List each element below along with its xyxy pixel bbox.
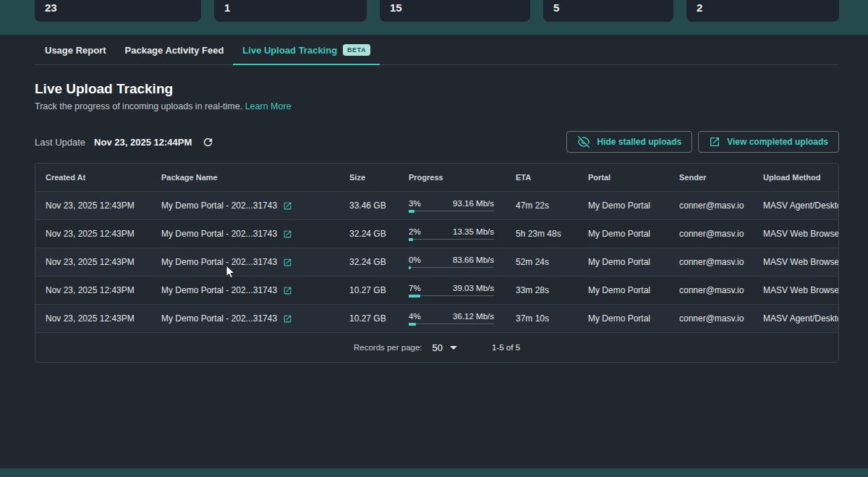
upload-method-cell: MASV Agent/Desktop	[753, 200, 839, 211]
table-row: Nov 23, 2025 12:43PM My Demo Portal - 20…	[35, 219, 838, 248]
sender-cell: conner@masv.io	[669, 200, 753, 211]
records-per-page-value[interactable]: 50	[433, 342, 443, 353]
open-package-icon[interactable]	[283, 286, 292, 295]
sender-cell: conner@masv.io	[669, 313, 753, 324]
size-cell: 32.24 GB	[339, 229, 399, 239]
open-package-icon[interactable]	[283, 258, 292, 267]
package-name-cell: My Demo Portal - 202...31743	[151, 313, 339, 324]
records-per-page-label: Records per page:	[354, 343, 422, 352]
created-at-cell: Nov 23, 2025 12:43PM	[35, 257, 151, 267]
subtitle-text: Track the progress of incoming uploads i…	[35, 101, 242, 111]
hide-stalled-uploads-button[interactable]: Hide stalled uploads	[566, 131, 692, 153]
created-at-cell: Nov 23, 2025 12:43PM	[35, 229, 151, 239]
progress-cell: 4% 36.12 Mb/s	[399, 312, 506, 326]
open-package-icon[interactable]	[283, 229, 292, 239]
view-completed-uploads-button[interactable]: View completed uploads	[698, 131, 839, 153]
stat-value: 15	[390, 1, 530, 14]
sender-cell: conner@masv.io	[669, 257, 753, 267]
column-header-portal: Portal	[578, 173, 669, 182]
table-row: Nov 23, 2025 12:43PM My Demo Portal - 20…	[35, 191, 838, 219]
open-package-icon[interactable]	[283, 314, 292, 324]
package-name-text: My Demo Portal - 202...31743	[161, 257, 277, 267]
package-name-cell: My Demo Portal - 202...31743	[151, 229, 339, 239]
upload-method-cell: MASV Web Browser	[753, 257, 839, 267]
column-header-package-name: Package Name	[151, 173, 339, 182]
size-cell: 10.27 GB	[339, 285, 399, 295]
package-name-text: My Demo Portal - 202...31743	[161, 285, 277, 295]
chevron-down-icon[interactable]	[450, 346, 457, 350]
eta-cell: 37m 10s	[506, 313, 578, 324]
page-subtitle: Track the progress of incoming uploads i…	[35, 101, 839, 111]
stat-card: 5	[543, 0, 673, 22]
table-pagination: Records per page: 50 1-5 of 5	[35, 332, 838, 362]
page-title: Live Upload Tracking	[35, 81, 839, 97]
stat-value: 23	[45, 1, 201, 14]
button-label: View completed uploads	[727, 137, 828, 147]
portal-cell: My Demo Portal	[578, 285, 669, 295]
beta-badge: BETA	[343, 44, 370, 56]
open-package-icon[interactable]	[283, 201, 292, 211]
stat-cards: 23 1 15 5 2	[35, 0, 839, 22]
transfer-speed: 93.16 Mb/s	[453, 199, 494, 208]
package-name-text: My Demo Portal - 202...31743	[161, 313, 277, 324]
progress-percent: 3%	[409, 199, 421, 208]
pagination-range: 1-5 of 5	[492, 343, 520, 352]
upload-method-cell: MASV Web Browser	[753, 229, 839, 239]
progress-bar	[409, 295, 494, 297]
table-row: Nov 23, 2025 12:43PM My Demo Portal - 20…	[35, 248, 838, 276]
tab-bar: Usage Report Package Activity Feed Live …	[0, 35, 868, 65]
column-header-upload-method: Upload Method	[753, 173, 838, 182]
tab-live-upload-tracking[interactable]: Live Upload Tracking BETA	[233, 35, 380, 65]
portal-cell: My Demo Portal	[578, 200, 669, 211]
upload-method-cell: MASV Agent/Desktop	[753, 313, 839, 324]
created-at-cell: Nov 23, 2025 12:43PM	[35, 313, 151, 324]
tab-divider	[35, 64, 839, 65]
eta-cell: 47m 22s	[506, 200, 578, 211]
sender-cell: conner@masv.io	[669, 229, 753, 239]
last-update-label: Last Update	[35, 137, 85, 148]
column-header-eta: ETA	[506, 173, 578, 182]
progress-cell: 2% 13.35 Mb/s	[399, 227, 506, 241]
transfer-speed: 13.35 Mb/s	[453, 227, 494, 236]
refresh-button[interactable]	[202, 136, 214, 148]
portal-cell: My Demo Portal	[578, 257, 669, 267]
progress-cell: 0% 83.66 Mb/s	[399, 256, 506, 269]
upload-method-cell: MASV Web Browser	[753, 285, 839, 295]
package-name-cell: My Demo Portal - 202...31743	[151, 257, 339, 267]
package-name-cell: My Demo Portal - 202...31743	[151, 285, 339, 295]
learn-more-link[interactable]: Learn More	[245, 101, 292, 111]
progress-percent: 2%	[409, 227, 421, 236]
progress-bar	[409, 238, 494, 241]
stat-card: 23	[35, 0, 201, 22]
progress-cell: 7% 39.03 Mb/s	[399, 284, 506, 297]
sender-cell: conner@masv.io	[669, 285, 753, 295]
column-header-sender: Sender	[669, 173, 753, 182]
created-at-cell: Nov 23, 2025 12:43PM	[35, 285, 151, 295]
progress-bar	[409, 266, 494, 269]
stat-card: 2	[686, 0, 839, 22]
stat-value: 1	[224, 1, 367, 14]
stat-card: 15	[380, 0, 530, 22]
portal-cell: My Demo Portal	[578, 229, 669, 239]
tab-package-activity-feed[interactable]: Package Activity Feed	[116, 35, 234, 65]
tab-usage-report[interactable]: Usage Report	[35, 35, 116, 65]
stat-card: 1	[214, 0, 367, 22]
uploads-table: Created At Package Name Size Progress ET…	[35, 163, 839, 363]
table-row: Nov 23, 2025 12:43PM My Demo Portal - 20…	[35, 276, 838, 304]
created-at-cell: Nov 23, 2025 12:43PM	[35, 200, 151, 211]
package-name-text: My Demo Portal - 202...31743	[161, 200, 277, 211]
tab-label: Live Upload Tracking	[242, 45, 337, 56]
table-row: Nov 23, 2025 12:43PM My Demo Portal - 20…	[35, 304, 838, 332]
size-cell: 10.27 GB	[339, 313, 399, 324]
progress-bar	[409, 210, 494, 213]
package-name-cell: My Demo Portal - 202...31743	[151, 200, 339, 211]
eta-cell: 52m 24s	[506, 257, 578, 267]
progress-cell: 3% 93.16 Mb/s	[399, 199, 506, 213]
last-update: Last Update Nov 23, 2025 12:44PM	[35, 136, 214, 148]
size-cell: 33.46 GB	[339, 200, 399, 211]
size-cell: 32.24 GB	[339, 257, 399, 267]
tab-label: Usage Report	[45, 45, 106, 56]
package-name-text: My Demo Portal - 202...31743	[161, 229, 277, 239]
eta-cell: 5h 23m 48s	[506, 229, 578, 239]
table-header-row: Created At Package Name Size Progress ET…	[35, 164, 838, 191]
